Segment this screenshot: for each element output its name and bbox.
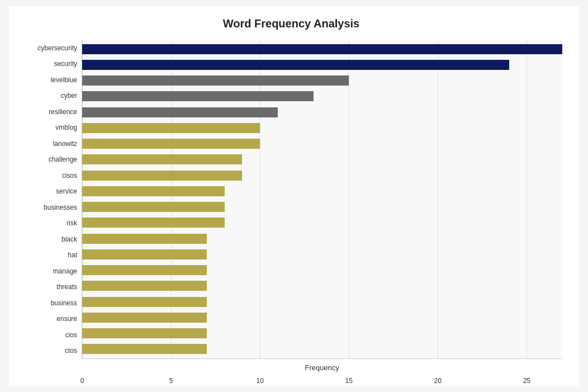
y-label: security bbox=[20, 56, 77, 71]
x-tick-label: 20 bbox=[434, 377, 442, 385]
bar bbox=[82, 107, 278, 117]
y-label: cyber bbox=[20, 88, 77, 103]
y-label: lanowitz bbox=[20, 136, 77, 151]
bar-row bbox=[82, 168, 562, 183]
y-label: cybersecurity bbox=[20, 41, 77, 55]
bar bbox=[82, 139, 260, 149]
y-label: hat bbox=[20, 248, 77, 262]
x-tick-label: 5 bbox=[169, 377, 173, 385]
bar bbox=[82, 75, 349, 86]
y-label: challenge bbox=[20, 152, 77, 167]
bar-row bbox=[82, 105, 562, 120]
y-label: business bbox=[20, 296, 77, 310]
bar bbox=[82, 281, 207, 291]
bars-wrapper bbox=[82, 40, 562, 358]
bar-row bbox=[82, 89, 562, 103]
bar-row bbox=[82, 152, 562, 167]
bar bbox=[82, 91, 314, 101]
chart-title: Word Frequency Analysis bbox=[20, 17, 562, 30]
y-label: threats bbox=[20, 280, 77, 294]
bar-row bbox=[82, 247, 562, 262]
y-label: levelblue bbox=[20, 73, 77, 87]
bar bbox=[82, 171, 242, 181]
bars-area: 0510152025 bbox=[82, 40, 562, 359]
bar-row bbox=[82, 73, 562, 88]
y-label: black bbox=[20, 232, 77, 247]
bar bbox=[82, 202, 225, 212]
bar-row bbox=[82, 136, 562, 151]
x-tick-label: 15 bbox=[345, 377, 353, 385]
bar-row bbox=[82, 278, 562, 293]
bar-row bbox=[82, 200, 562, 214]
bar-row bbox=[82, 295, 562, 309]
bar-row bbox=[82, 263, 562, 277]
bar-row bbox=[82, 232, 562, 246]
bar bbox=[82, 328, 207, 338]
y-label: resilience bbox=[20, 105, 77, 119]
bar-row bbox=[82, 121, 562, 135]
y-label: businesses bbox=[20, 200, 77, 215]
bar bbox=[82, 44, 562, 54]
x-tick-label: 10 bbox=[256, 377, 263, 385]
y-axis: cybersecuritysecuritylevelbluecyberresil… bbox=[20, 40, 82, 359]
x-tick-label: 0 bbox=[80, 377, 84, 385]
bar-row bbox=[82, 310, 562, 325]
y-label: cios bbox=[20, 328, 77, 342]
bar bbox=[82, 234, 207, 244]
chart-area: cybersecuritysecuritylevelbluecyberresil… bbox=[20, 40, 562, 359]
bar bbox=[82, 297, 207, 307]
y-label: cisos bbox=[20, 168, 77, 183]
x-tick-label: 25 bbox=[523, 377, 530, 385]
y-label: risk bbox=[20, 216, 77, 230]
y-label: vmblog bbox=[20, 120, 77, 135]
bar bbox=[82, 218, 225, 228]
y-label: ensure bbox=[20, 311, 77, 326]
bar-row bbox=[82, 42, 562, 56]
chart-container: Word Frequency Analysis cybersecuritysec… bbox=[9, 6, 579, 386]
bar-row bbox=[82, 215, 562, 230]
y-label: ctos bbox=[20, 343, 77, 358]
y-label: service bbox=[20, 184, 77, 199]
bar-row bbox=[82, 326, 562, 341]
bar bbox=[82, 249, 207, 259]
bar-row bbox=[82, 342, 562, 356]
bar bbox=[82, 265, 207, 275]
y-label: manage bbox=[20, 264, 77, 278]
bar bbox=[82, 123, 260, 133]
bar-row bbox=[82, 58, 562, 72]
bar bbox=[82, 60, 509, 70]
bar bbox=[82, 186, 225, 196]
x-axis-title: Frequency bbox=[20, 363, 562, 372]
bar bbox=[82, 154, 242, 164]
bar bbox=[82, 313, 207, 323]
bar-row bbox=[82, 184, 562, 199]
bar bbox=[82, 344, 207, 354]
